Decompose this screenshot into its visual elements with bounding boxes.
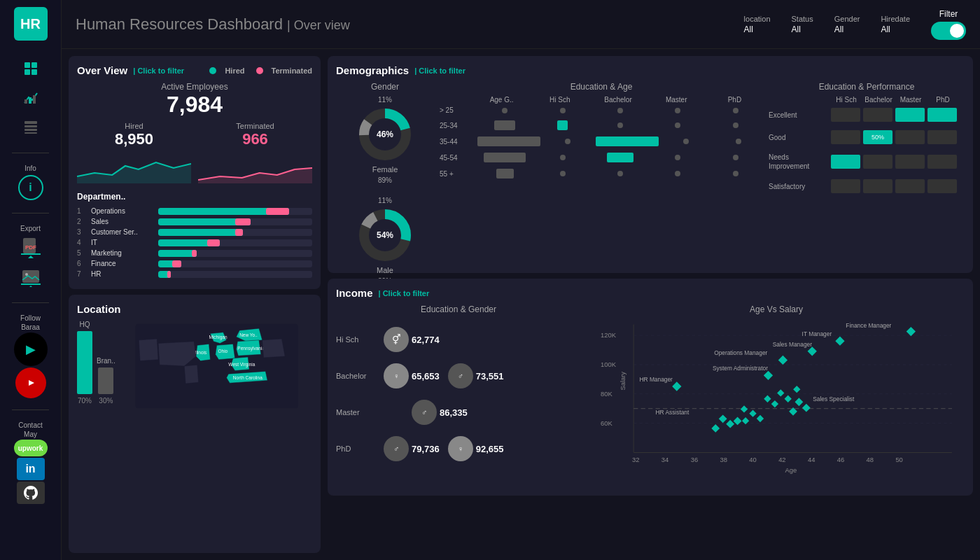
demographics-card: Demographics | Click to filter Gender 11…: [328, 56, 973, 273]
dept-row: 4 IT: [77, 239, 312, 246]
svg-text:Pennsylvania: Pennsylvania: [237, 346, 265, 351]
sidebar-upwork-button[interactable]: upwork: [14, 440, 48, 456]
income-amount-master: 86,335: [440, 407, 468, 418]
dept-row: 3 Customer Ser..: [77, 228, 312, 236]
income-card: Income | Click to filter Education & Gen…: [328, 279, 973, 496]
income-amount-hisch: 62,774: [412, 335, 440, 345]
svg-rect-4: [24, 99, 27, 104]
perf-row: Good 50%: [769, 130, 965, 144]
income-label-bachelor: Bachelor: [336, 372, 378, 380]
filter-gender[interactable]: Gender All: [834, 15, 860, 34]
sidebar-github-button[interactable]: [17, 482, 45, 504]
location-card-title: Location: [77, 303, 312, 315]
scatter-title: Age Vs Salary: [588, 304, 965, 314]
svg-text:Age: Age: [785, 466, 797, 474]
left-panel: Over View | Click to filter Hired Termin…: [69, 56, 321, 553]
edu-age-row: 45-54: [440, 153, 763, 162]
hq-pct: 70%: [78, 397, 92, 405]
svg-rect-61: [835, 337, 844, 346]
svg-text:50: 50: [895, 456, 902, 463]
edu-col-hisch: Hi Sch: [531, 96, 588, 104]
sidebar-export-pdf[interactable]: PDF: [14, 234, 48, 262]
perf-col-master: Master: [896, 96, 925, 104]
income-viz-master: ♂ 86,335: [384, 400, 581, 425]
income-card-title: Income | Click to filter: [336, 287, 965, 299]
sidebar-item-chart[interactable]: [14, 84, 48, 112]
location-content: HQ 70% Bran.. 30%: [77, 321, 312, 412]
income-viz-bachelor: ♀ 65,653 ♂ 73,551: [384, 363, 581, 388]
svg-rect-82: [711, 424, 720, 433]
sidebar-youtube-icon[interactable]: [15, 368, 46, 398]
sidebar-item-info[interactable]: i: [14, 174, 48, 202]
active-employees: Active Employees 7,984: [77, 82, 312, 118]
female-label: Female: [372, 165, 398, 174]
svg-rect-78: [793, 386, 800, 393]
svg-text:32: 32: [632, 456, 639, 463]
svg-text:40: 40: [749, 456, 756, 463]
sidebar-export-section: Export PDF: [0, 222, 61, 294]
gender-donuts: 11% 46%: [336, 96, 434, 285]
filter-hiredate[interactable]: Hiredate All: [881, 15, 910, 34]
edu-gender-income: Education & Gender Hi Sch ⚥ 62,774: [336, 304, 581, 493]
svg-text:HR Assistant: HR Assistant: [656, 409, 690, 416]
filter-toggle-switch[interactable]: [931, 22, 966, 40]
income-label-phd: PhD: [336, 444, 378, 453]
edu-age-row: > 25: [440, 106, 763, 114]
dashboard-content: Over View | Click to filter Hired Termin…: [62, 49, 980, 560]
edu-age-row: 55 +: [440, 169, 763, 178]
income-female-amount-bachelor: 65,653: [412, 371, 440, 382]
svg-rect-0: [24, 62, 30, 68]
sidebar-linkedin-button[interactable]: in: [17, 458, 45, 480]
svg-rect-10: [24, 132, 37, 134]
income-male-amount-bachelor: 73,551: [476, 371, 504, 382]
edu-perf-title: Education & Performance: [769, 82, 965, 92]
sidebar-divider-3: [12, 302, 48, 303]
svg-rect-2: [24, 69, 30, 75]
perf-row: Satisfactory: [769, 179, 965, 193]
sidebar-play-button[interactable]: ▶: [14, 332, 48, 366]
dept-row: 1 Operations: [77, 207, 312, 215]
svg-rect-65: [778, 356, 788, 365]
right-panel: Demographics | Click to filter Gender 11…: [328, 56, 973, 553]
filter-status[interactable]: Status All: [792, 15, 813, 34]
filter-location[interactable]: location All: [744, 15, 771, 34]
sidebar-export-image[interactable]: [14, 263, 48, 291]
svg-rect-15: [22, 270, 39, 283]
sidebar-item-dashboard[interactable]: [14, 55, 48, 83]
svg-rect-67: [672, 382, 681, 391]
edu-age-row: 25-34: [440, 120, 763, 130]
svg-rect-85: [749, 410, 756, 417]
edu-perf-section: Education & Performance Hi Sch Bachelor …: [769, 82, 965, 264]
income-row-phd: PhD ♂ 79,736 ♀ 92,655: [336, 436, 581, 461]
sidebar-item-table[interactable]: [14, 113, 48, 141]
svg-rect-3: [31, 69, 37, 75]
edu-col-phd: PhD: [706, 96, 763, 104]
topbar: Human Resources Dashboard | Over view lo…: [62, 0, 980, 49]
income-viz-hisch: ⚥ 62,774: [384, 327, 581, 352]
main-content: Human Resources Dashboard | Over view lo…: [62, 0, 980, 560]
scatter-section: Age Vs Salary: [588, 304, 965, 493]
income-row-bachelor: Bachelor ♀ 65,653 ♂ 73,551: [336, 363, 581, 388]
terminated-chart: [198, 148, 312, 183]
svg-rect-69: [764, 371, 773, 380]
svg-text:Sales Manager: Sales Manager: [773, 341, 812, 348]
branch-bar-fill: [98, 368, 113, 394]
female-donut: 46%: [357, 106, 413, 162]
branch-bar: Bran.. 30%: [97, 357, 115, 405]
dept-row: 6 Finance: [77, 260, 312, 267]
sidebar-contact-label: Contact: [18, 421, 42, 429]
svg-text:48: 48: [867, 456, 874, 463]
svg-text:Ohio: Ohio: [218, 349, 227, 354]
male-pct: 54%: [377, 230, 393, 240]
hq-bar-fill: [77, 331, 92, 394]
perf-row: Excellent: [769, 108, 965, 122]
svg-rect-7: [24, 121, 37, 124]
svg-text:Sales Specialist: Sales Specialist: [813, 396, 855, 402]
sidebar-export-label: Export: [20, 225, 41, 232]
dept-row: 5 Marketing: [77, 249, 312, 257]
svg-text:36: 36: [691, 456, 698, 463]
svg-rect-88: [741, 405, 748, 412]
sidebar-divider-2: [12, 213, 48, 214]
filter-toggle-area: Filter: [931, 9, 966, 40]
edu-age-row: 35-44: [440, 136, 763, 146]
